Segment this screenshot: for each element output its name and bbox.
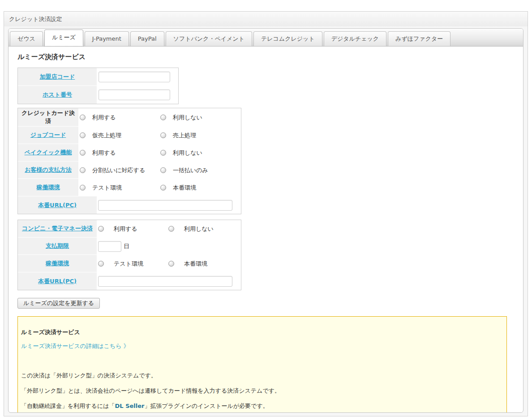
- table-row: 本番URL(PC): [18, 196, 241, 214]
- service-info-box: ルミーズ決済サービス ルミーズ決済サービスの詳細はこちら 》 この決済は「外部リ…: [17, 316, 507, 413]
- credit-card-payment-label: クレジットカード決済: [20, 109, 77, 125]
- payment-deadline-input[interactable]: [98, 241, 121, 252]
- merchant-code-label-link[interactable]: 加盟店コード: [40, 73, 75, 81]
- convenience-emoney-label-link[interactable]: コンビニ・電子マネー決済: [22, 225, 93, 233]
- radio-icon[interactable]: [80, 185, 86, 191]
- info-box-heading: ルミーズ決済サービス: [21, 328, 501, 336]
- update-settings-button[interactable]: ルミーズの設定を更新する: [17, 298, 100, 309]
- job-code-label-link[interactable]: ジョブコード: [30, 131, 66, 139]
- radio-icon[interactable]: [160, 150, 166, 156]
- merchant-code-input[interactable]: [99, 72, 170, 82]
- radio-icon[interactable]: [160, 115, 166, 120]
- tab-softbank-payment[interactable]: ソフトバンク・ペイメント: [166, 31, 252, 46]
- tab-digital-check[interactable]: デジタルチェック: [324, 31, 386, 46]
- payquick-label-link[interactable]: ペイクイック機能: [25, 148, 72, 157]
- table-row: お客様の支払方法 分割払いに対応する 一括払いのみ: [18, 161, 241, 179]
- radio-option-use[interactable]: 利用する: [80, 149, 160, 157]
- table-row: ホスト番号: [18, 86, 178, 104]
- radio-option-use[interactable]: 利用する: [80, 114, 160, 122]
- merchant-table: 加盟店コード ホスト番号: [17, 68, 179, 104]
- radio-option-production-env[interactable]: 本番環境: [160, 184, 241, 192]
- radio-option-not-use[interactable]: 利用しない: [168, 225, 239, 233]
- radio-option-lump-sum[interactable]: 一括払いのみ: [160, 166, 241, 174]
- radio-option-capture[interactable]: 売上処理: [160, 132, 241, 140]
- radio-icon[interactable]: [80, 115, 86, 120]
- radio-option-auth[interactable]: 仮売上処理: [80, 132, 160, 140]
- tab-zeus[interactable]: ゼウス: [10, 31, 43, 46]
- tab-mizuho-factor[interactable]: みずほファクター: [388, 31, 450, 46]
- radio-icon[interactable]: [98, 226, 104, 232]
- radio-option-installments[interactable]: 分割払いに対応する: [80, 166, 160, 174]
- radio-icon[interactable]: [168, 226, 174, 232]
- tab-paypal[interactable]: PayPal: [130, 31, 164, 46]
- radio-option-not-use[interactable]: 利用しない: [160, 114, 241, 122]
- production-url-input[interactable]: [98, 200, 232, 211]
- host-number-label-link[interactable]: ホスト番号: [43, 91, 72, 99]
- radio-icon[interactable]: [168, 261, 174, 267]
- radio-icon[interactable]: [80, 150, 86, 156]
- deadline-unit-label: 日: [124, 242, 129, 250]
- customer-payment-method-label-link[interactable]: お客様の支払方法: [25, 166, 72, 174]
- table-row: 加盟店コード: [18, 68, 178, 86]
- info-line: この決済は「外部リンク型」の決済システムです。: [21, 372, 501, 380]
- radio-option-production-env[interactable]: 本番環境: [168, 260, 239, 268]
- table-row: 稼働環境 テスト環境 本番環境: [18, 255, 241, 272]
- radio-option-not-use[interactable]: 利用しない: [160, 149, 241, 157]
- environment-label-link[interactable]: 稼働環境: [46, 259, 69, 267]
- radio-icon[interactable]: [160, 167, 166, 173]
- payment-tabs-panel: ゼウス ルミーズ J-Payment PayPal ソフトバンク・ペイメント テ…: [8, 28, 523, 413]
- table-row: 支払期限 日: [18, 238, 241, 255]
- page-title: クレジット決済設定: [4, 12, 528, 26]
- table-row: 稼働環境 テスト環境 本番環境: [18, 179, 241, 196]
- tab-j-payment[interactable]: J-Payment: [85, 31, 129, 46]
- table-row: クレジットカード決済 利用する 利用しない: [18, 108, 241, 127]
- environment-label-link[interactable]: 稼働環境: [37, 183, 60, 191]
- info-line: 「外部リンク型」とは、決済会社のページへは遷移してカード情報を入力する決済システ…: [21, 387, 501, 395]
- service-detail-link[interactable]: ルミーズ決済サービスの詳細はこちら 》: [21, 342, 129, 350]
- tab-bar: ゼウス ルミーズ J-Payment PayPal ソフトバンク・ペイメント テ…: [9, 29, 523, 47]
- tab-content: ルミーズ決済サービス 加盟店コード ホスト番号: [9, 47, 523, 413]
- radio-option-test-env[interactable]: テスト環境: [80, 184, 160, 192]
- production-url-input[interactable]: [98, 276, 232, 287]
- settings-window: クレジット決済設定 ゼウス ルミーズ J-Payment PayPal ソフトバ…: [4, 11, 528, 416]
- radio-icon[interactable]: [80, 132, 86, 138]
- table-row: ペイクイック機能 利用する 利用しない: [18, 144, 241, 161]
- table-row: 本番URL(PC): [18, 272, 241, 290]
- payment-deadline-label-link[interactable]: 支払期限: [46, 242, 69, 250]
- tab-remise[interactable]: ルミーズ: [44, 30, 83, 47]
- radio-option-test-env[interactable]: テスト環境: [98, 260, 168, 268]
- production-url-label-link[interactable]: 本番URL(PC): [38, 277, 77, 285]
- production-url-label-link[interactable]: 本番URL(PC): [38, 201, 77, 209]
- radio-icon[interactable]: [98, 261, 104, 267]
- table-row: ジョブコード 仮売上処理 売上処理: [18, 127, 241, 144]
- host-number-input[interactable]: [99, 89, 170, 100]
- radio-icon[interactable]: [160, 132, 166, 138]
- radio-icon[interactable]: [160, 185, 166, 191]
- table-row: コンビニ・電子マネー決済 利用する 利用しない: [18, 220, 241, 238]
- tab-telecom-credit[interactable]: テレコムクレジット: [253, 31, 322, 46]
- credit-card-table: クレジットカード決済 利用する 利用しない: [17, 108, 241, 214]
- dl-seller-link[interactable]: DL Seller: [115, 403, 145, 409]
- convenience-table: コンビニ・電子マネー決済 利用する 利用しない: [17, 220, 241, 290]
- radio-option-use[interactable]: 利用する: [98, 225, 168, 233]
- info-line: 「自動継続課金」を利用するには「DL Seller」拡張プラグインのインストール…: [21, 402, 501, 410]
- section-heading: ルミーズ決済サービス: [17, 53, 514, 61]
- radio-icon[interactable]: [80, 167, 86, 173]
